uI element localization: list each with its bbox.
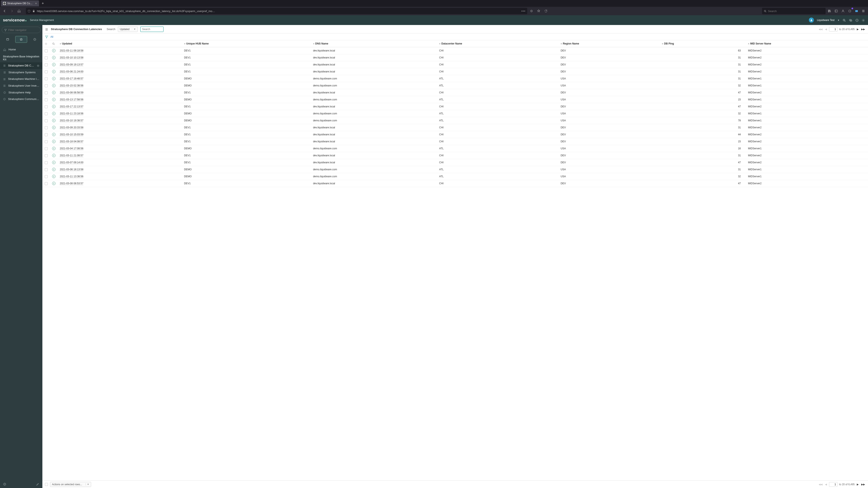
table-row[interactable]: i2021-03-08 06:58:59DEV1dev.liquidware.l… (42, 89, 868, 96)
nav-item-systems[interactable]: Stratusphere Systems (0, 69, 42, 76)
row-info-icon[interactable]: i (52, 91, 56, 94)
row-info-icon[interactable]: i (52, 119, 56, 122)
cell-updated[interactable]: 2021-03-10 15:03:59 (60, 133, 83, 136)
user-chevron-icon[interactable]: ▼ (837, 19, 840, 22)
cell-updated[interactable]: 2021-03-13 17:58:56 (60, 98, 83, 101)
row-info-icon[interactable]: i (52, 84, 56, 87)
next-page-icon[interactable]: ▶ (856, 483, 859, 486)
cell-updated[interactable]: 2021-03-18 04:08:57 (60, 140, 83, 143)
row-checkbox[interactable] (45, 112, 48, 115)
refresh-icon[interactable] (543, 8, 549, 14)
th-updated[interactable]: ≡Updated (58, 40, 182, 47)
table-row[interactable]: i2021-03-09 19:13:57DEV1dev.liquidware.l… (42, 61, 868, 68)
table-row[interactable]: i2021-03-17 19:48:57DEMOdemo.liquidware.… (42, 75, 868, 82)
gear-icon[interactable] (862, 18, 865, 22)
row-checkbox[interactable] (45, 63, 48, 66)
first-page-icon[interactable]: ◀◀ (818, 28, 823, 31)
address-bar[interactable]: https://ven03365.service-now.com/nav_to.… (26, 8, 527, 14)
table-row[interactable]: i2021-03-13 17:58:56DEMOdemo.liquidware.… (42, 96, 868, 103)
nav-tab-all[interactable] (2, 36, 13, 43)
first-page-icon[interactable]: ◀◀ (818, 483, 823, 486)
back-button[interactable] (2, 8, 8, 14)
row-checkbox[interactable] (45, 105, 48, 108)
global-search-icon[interactable] (843, 18, 846, 22)
row-info-icon[interactable]: i (52, 49, 56, 52)
cell-updated[interactable]: 2021-03-09 19:13:57 (60, 63, 83, 66)
edit-icon[interactable] (36, 482, 39, 486)
table-row[interactable]: i2021-03-06 21:24:00DEV1dev.liquidware.l… (42, 68, 868, 75)
collapse-icon[interactable] (3, 482, 6, 486)
row-info-icon[interactable]: i (52, 126, 56, 129)
row-info-icon[interactable]: i (52, 105, 56, 108)
cell-updated[interactable]: 2021-03-06 21:24:00 (60, 70, 83, 73)
last-page-icon[interactable]: ▶▶ (861, 28, 865, 31)
table-row[interactable]: i2021-03-10 15:03:59DEV1dev.liquidware.l… (42, 131, 868, 138)
sidebar-icon[interactable] (833, 8, 839, 14)
cell-updated[interactable]: 2021-03-04 17:08:56 (60, 147, 83, 150)
cell-updated[interactable]: 2021-03-08 08:53:57 (60, 182, 83, 185)
th-search[interactable] (50, 40, 58, 47)
table-row[interactable]: i2021-03-08 08:53:57DEV1dev.liquidware.l… (42, 180, 868, 187)
product-logo[interactable]: servicenow (3, 18, 27, 23)
th-dbping[interactable]: ≡DB Ping (660, 40, 746, 47)
page-number-input[interactable] (829, 27, 837, 32)
row-checkbox[interactable] (45, 154, 48, 157)
filter-funnel-icon[interactable] (45, 35, 48, 38)
th-dc[interactable]: ≡Datacenter Name (437, 40, 558, 47)
cell-updated[interactable]: 2021-03-15 02:38:56 (60, 84, 83, 87)
account-icon[interactable] (840, 8, 846, 14)
row-info-icon[interactable]: i (52, 70, 56, 73)
table-row[interactable]: i2021-03-04 17:08:56DEMOdemo.liquidware.… (42, 145, 868, 152)
nav-item-user-inventory[interactable]: Stratusphere User Inventory (0, 83, 42, 89)
bookmark-icon[interactable] (536, 8, 541, 14)
nav-home[interactable]: Home (0, 46, 42, 53)
last-page-icon[interactable]: ▶▶ (861, 483, 865, 486)
nav-item-db-latency[interactable]: Stratusphere DB Connection La… ⊖ (0, 62, 42, 69)
list-search-input[interactable] (140, 27, 164, 32)
table-row[interactable]: i2021-03-07 09:14:00DEV1dev.liquidware.l… (42, 159, 868, 166)
th-region[interactable]: ≡Region Name (558, 40, 660, 47)
row-info-icon[interactable]: i (52, 154, 56, 157)
table-row[interactable]: i2021-03-11 23:18:56DEMOdemo.liquidware.… (42, 110, 868, 117)
row-checkbox[interactable] (45, 175, 48, 178)
cell-updated[interactable]: 2021-03-10 19:38:57 (60, 119, 83, 122)
th-gear[interactable] (42, 40, 50, 47)
cell-updated[interactable]: 2021-03-06 18:13:58 (60, 168, 83, 171)
row-checkbox[interactable] (45, 70, 48, 73)
row-checkbox[interactable] (45, 133, 48, 136)
cell-updated[interactable]: 2021-03-17 19:48:57 (60, 77, 83, 80)
row-info-icon[interactable]: i (52, 147, 56, 150)
row-info-icon[interactable]: i (52, 182, 56, 185)
new-tab-button[interactable]: + (40, 1, 45, 6)
row-info-icon[interactable]: i (52, 140, 56, 143)
row-checkbox[interactable] (45, 182, 48, 185)
user-name[interactable]: Liquidware Test (817, 19, 835, 22)
reader-icon[interactable] (528, 8, 534, 14)
row-info-icon[interactable]: i (52, 175, 56, 178)
chat-icon[interactable] (849, 18, 852, 22)
menu-icon[interactable] (860, 8, 866, 14)
help-icon[interactable]: ? (855, 18, 859, 22)
browser-search-input[interactable] (768, 9, 824, 13)
table-row[interactable]: i2021-03-11 21:08:57DEV1dev.liquidware.l… (42, 152, 868, 159)
row-checkbox[interactable] (45, 77, 48, 80)
th-dns[interactable]: ≡DNS Name (311, 40, 437, 47)
filter-navigator-input[interactable] (8, 28, 38, 32)
row-info-icon[interactable]: i (52, 98, 56, 101)
extension-icon[interactable] (847, 8, 853, 14)
row-checkbox[interactable] (45, 50, 48, 52)
address-more-icon[interactable]: ••• (522, 9, 526, 13)
table-row[interactable]: i2021-03-15 02:38:56DEMOdemo.liquidware.… (42, 82, 868, 89)
table-row[interactable]: i2021-03-11 09:18:58DEV1dev.liquidware.l… (42, 47, 868, 54)
row-checkbox[interactable] (45, 91, 48, 94)
list-menu-icon[interactable] (45, 27, 48, 31)
row-info-icon[interactable]: i (52, 161, 56, 164)
cell-updated[interactable]: 2021-03-07 09:14:00 (60, 161, 83, 164)
row-checkbox[interactable] (45, 161, 48, 164)
table-row[interactable]: i2021-03-06 18:13:58DEMOdemo.liquidware.… (42, 166, 868, 173)
row-info-icon[interactable]: i (52, 133, 56, 136)
home-button[interactable] (16, 8, 22, 14)
table-row[interactable]: i2021-03-10 19:38:57DEMOdemo.liquidware.… (42, 117, 868, 124)
prev-page-icon[interactable]: ◀ (825, 28, 827, 31)
cell-updated[interactable]: 2021-03-11 23:18:56 (60, 112, 83, 115)
